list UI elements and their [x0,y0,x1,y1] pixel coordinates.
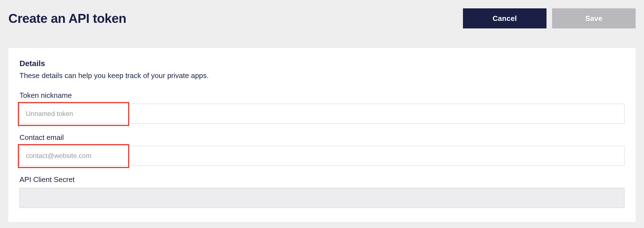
save-button[interactable]: Save [552,8,636,28]
cancel-button[interactable]: Cancel [463,8,547,28]
token-nickname-label: Token nickname [19,91,625,100]
contact-email-input[interactable] [19,146,625,166]
api-client-secret-label: API Client Secret [19,175,625,184]
token-nickname-input[interactable] [19,104,625,124]
contact-email-label: Contact email [19,133,625,142]
page-title: Create an API token [8,11,126,26]
header-actions: Cancel Save [463,8,636,28]
contact-email-wrap [19,146,625,166]
details-card: Details These details can help you keep … [8,48,636,222]
token-nickname-wrap [19,104,625,124]
details-heading: Details [19,59,625,68]
api-client-secret-display [19,188,625,208]
details-description: These details can help you keep track of… [19,71,625,80]
page-header: Create an API token Cancel Save [8,8,636,28]
